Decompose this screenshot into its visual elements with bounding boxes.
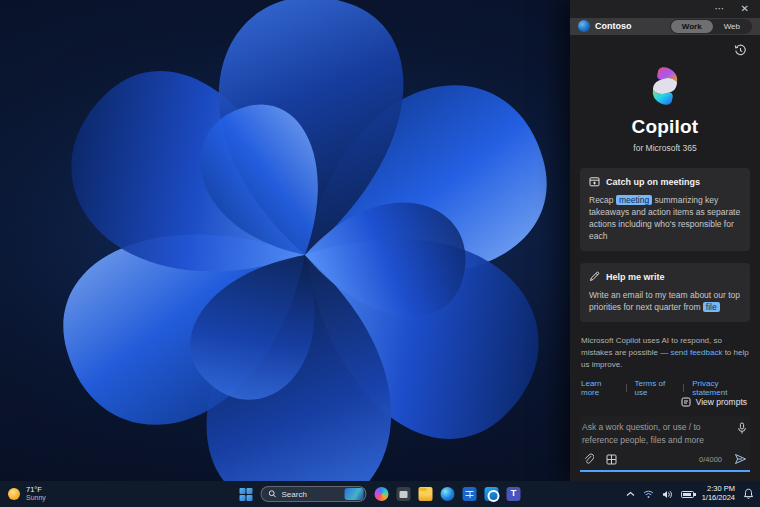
calendar-app-icon[interactable]	[463, 487, 477, 501]
learn-more-link[interactable]: Learn more	[581, 379, 618, 397]
privacy-statement-link[interactable]: Privacy statement	[692, 379, 749, 397]
toggle-work[interactable]: Work	[671, 20, 713, 33]
divider	[626, 384, 627, 392]
ai-disclaimer: Microsoft Copilot uses AI to respond, so…	[570, 335, 760, 371]
file-chip[interactable]: file	[703, 302, 720, 312]
send-feedback-link[interactable]: send feedback	[670, 348, 722, 357]
edge-icon[interactable]	[441, 487, 455, 501]
weather-temp: 71°F	[26, 486, 46, 495]
terms-of-use-link[interactable]: Terms of use	[634, 379, 675, 397]
toggle-web[interactable]: Web	[713, 20, 751, 33]
bing-daily-image-icon[interactable]	[345, 488, 364, 500]
chat-composer[interactable]: Ask a work question, or use / to referen…	[580, 416, 750, 472]
file-explorer-icon[interactable]	[419, 487, 433, 501]
prompt-cards: Catch up on meetings Recap meeting summa…	[570, 168, 760, 322]
pen-icon	[589, 271, 600, 282]
search-input[interactable]: Search	[261, 486, 367, 502]
battery-icon[interactable]	[681, 491, 694, 498]
meeting-chip[interactable]: meeting	[616, 195, 652, 205]
panel-titlebar: ⋯ ✕	[570, 0, 760, 18]
card-help-me-write[interactable]: Help me write Write an email to my team …	[580, 263, 750, 322]
brand: Contoso	[578, 20, 632, 32]
volume-icon[interactable]	[662, 490, 673, 499]
view-prompts-label: View prompts	[696, 397, 747, 407]
copilot-logo-icon	[644, 66, 686, 106]
close-icon[interactable]: ✕	[741, 4, 749, 14]
search-icon	[269, 490, 277, 498]
divider	[683, 384, 684, 392]
card-catch-up-on-meetings[interactable]: Catch up on meetings Recap meeting summa…	[580, 168, 750, 251]
grid-table-icon[interactable]	[606, 454, 617, 465]
copilot-subtitle: for Microsoft 365	[633, 143, 696, 153]
attach-paperclip-icon[interactable]	[583, 453, 594, 465]
clock-date: 1/16/2024	[702, 494, 735, 503]
copilot-title: Copilot	[632, 116, 699, 138]
card-body: Recap meeting summarizing key takeaways …	[589, 194, 741, 242]
teams-icon[interactable]	[507, 487, 521, 501]
footer-links: Learn more Terms of use Privacy statemen…	[570, 379, 760, 397]
tray-chevron-up-icon[interactable]	[626, 491, 635, 497]
calendar-icon	[589, 176, 600, 187]
system-tray: 2:30 PM 1/16/2024	[626, 485, 754, 502]
start-button[interactable]	[240, 488, 253, 501]
wifi-icon[interactable]	[643, 490, 654, 499]
card-body: Write an email to my team about our top …	[589, 289, 741, 313]
hero: Copilot for Microsoft 365	[570, 66, 760, 153]
composer-placeholder[interactable]: Ask a work question, or use / to referen…	[582, 421, 734, 446]
card-body-text: Recap	[589, 195, 616, 205]
brand-bar: Contoso Work Web	[570, 18, 760, 36]
prompts-icon	[681, 397, 691, 407]
notification-bell-icon[interactable]	[743, 488, 754, 500]
outlook-icon[interactable]	[485, 487, 499, 501]
sun-icon	[8, 488, 20, 500]
send-icon[interactable]	[734, 453, 747, 465]
brand-name: Contoso	[595, 21, 632, 31]
view-prompts-button[interactable]: View prompts	[570, 397, 760, 407]
task-view-icon[interactable]	[397, 487, 411, 501]
char-counter: 0/4000	[699, 455, 722, 464]
history-icon[interactable]	[734, 44, 747, 57]
weather-widget[interactable]: 71°F Sunny	[8, 486, 46, 503]
weather-condition: Sunny	[26, 494, 46, 502]
taskbar: 71°F Sunny Search	[0, 481, 760, 507]
card-title: Help me write	[606, 272, 665, 282]
contoso-logo-icon	[578, 20, 590, 32]
taskbar-center: Search	[240, 486, 521, 502]
more-options-icon[interactable]: ⋯	[715, 4, 725, 14]
clock[interactable]: 2:30 PM 1/16/2024	[702, 485, 735, 502]
card-title: Catch up on meetings	[606, 177, 700, 187]
microphone-icon[interactable]	[737, 422, 747, 435]
copilot-panel: ⋯ ✕ Contoso Work Web	[570, 0, 760, 481]
copilot-taskbar-icon[interactable]	[375, 487, 389, 501]
search-placeholder: Search	[282, 490, 340, 499]
work-web-toggle: Work Web	[670, 19, 752, 34]
